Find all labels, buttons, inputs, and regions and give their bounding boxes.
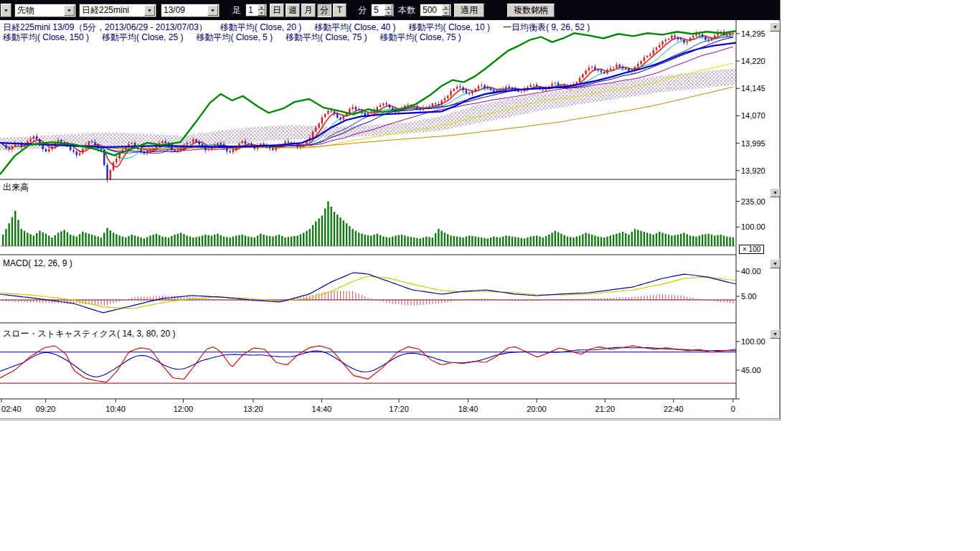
axis-tick-label: 13,995 [741, 139, 765, 148]
stochastics-panel-title: スロー・ストキャスティクス( 14, 3, 80, 20 ) [3, 328, 175, 340]
volume-panel-dropdown-button[interactable]: ▼ [770, 188, 781, 197]
count-input[interactable]: 500 ▲▼ [420, 4, 451, 17]
axis-tick-label: 13,920 [741, 166, 765, 175]
bar-label: 足 [231, 4, 242, 17]
time-axis-label: 02:40 [1, 405, 22, 413]
time-axis-label: 12:00 [174, 405, 194, 413]
chevron-down-icon: ▼ [773, 24, 778, 29]
time-axis-label: 0 [731, 405, 735, 413]
collapsed-combo-button[interactable]: ▼ [1, 4, 11, 17]
instrument-select[interactable]: 日経225mini ▼ [79, 4, 156, 17]
legend-entry: 移動平均( Close, 75 ) [286, 32, 367, 42]
axis-tick-label: 235.00 [741, 197, 765, 206]
legend-entry: 移動平均( Close, 75 ) [380, 32, 461, 42]
macd-panel-title: MACD( 12, 26, 9 ) [3, 258, 72, 268]
period-button-2[interactable]: 月 [301, 4, 316, 17]
bar-count-input[interactable]: 1 ▲▼ [245, 4, 267, 17]
spin-up-icon[interactable]: ▲ [442, 4, 450, 10]
apply-button[interactable]: 適用 [454, 4, 484, 17]
toolbar: ▼ 先物 ▼ 日経225mini ▼ 13/09 ▼ 足 1 ▲▼ 日週月分T … [0, 0, 780, 20]
axis-tick-label: 14,295 [741, 29, 765, 38]
chevron-down-icon[interactable]: ▼ [144, 5, 155, 16]
chevron-down-icon: ▼ [773, 261, 778, 266]
chevron-down-icon: ▼ [4, 8, 9, 13]
spin-down-icon[interactable]: ▼ [258, 10, 265, 16]
price-panel-dropdown-button[interactable]: ▼ [770, 22, 781, 32]
axis-tick-label: 14,145 [741, 84, 765, 93]
time-axis-label: 13:20 [243, 405, 263, 413]
macd-panel-dropdown-button[interactable]: ▼ [770, 259, 781, 268]
legend-entry: 一目均衡表( 9, 26, 52 ) [503, 22, 590, 32]
multi-symbol-button[interactable]: 複数銘柄 [507, 4, 555, 17]
spinner[interactable]: ▲▼ [385, 4, 392, 16]
legend-entry: 移動平均( Close, 150 ) [3, 32, 89, 42]
chart-app-window: ▼ 先物 ▼ 日経225mini ▼ 13/09 ▼ 足 1 ▲▼ 日週月分T … [0, 0, 781, 420]
time-axis-label: 10:40 [105, 405, 126, 413]
count-value: 500 [420, 5, 442, 15]
minute-value: 5 [372, 5, 385, 15]
spinner[interactable]: ▲▼ [442, 4, 450, 16]
period-button-1[interactable]: 週 [286, 4, 300, 17]
legend-entry: 移動平均( Close, 25 ) [102, 32, 183, 42]
volume-panel-title: 出来高 [3, 182, 29, 194]
time-axis-label: 14:40 [312, 405, 332, 413]
legend-entry: 移動平均( Close, 5 ) [196, 32, 273, 42]
stochastics-panel-dropdown-button[interactable]: ▼ [770, 329, 781, 339]
contract-month-select[interactable]: 13/09 ▼ [161, 4, 220, 17]
chart-canvas[interactable]: 14,29514,22014,14514,07013,99513,920235.… [0, 20, 780, 420]
chevron-down-icon[interactable]: ▼ [207, 5, 218, 16]
time-axis-label: 20:00 [527, 405, 547, 413]
time-axis-label: 09:20 [36, 405, 56, 413]
axis-tick-label: 14,220 [741, 57, 765, 65]
minute-label: 分 [357, 4, 368, 17]
legend-entry: 移動平均( Close, 40 ) [314, 22, 395, 32]
legend-entry: 移動平均( Close, 10 ) [409, 22, 490, 32]
time-axis-label: 21:20 [595, 405, 616, 413]
count-label: 本数 [397, 4, 417, 17]
axis-tick-label: 100.00 [741, 337, 765, 346]
period-button-4[interactable]: T [333, 4, 347, 17]
period-button-group: 日週月分T [270, 4, 347, 17]
spin-down-icon[interactable]: ▼ [442, 10, 450, 16]
legend-entry: 日経225mini 13/09（5分，2013/06/29 - 2013/07/… [3, 22, 207, 32]
minute-input[interactable]: 5 ▲▼ [371, 4, 394, 17]
spin-down-icon[interactable]: ▼ [385, 10, 392, 16]
chevron-down-icon: ▼ [773, 190, 778, 195]
spin-up-icon[interactable]: ▲ [385, 4, 392, 10]
chevron-down-icon: ▼ [773, 331, 778, 336]
contract-month-value: 13/09 [161, 5, 187, 15]
bar-count-value: 1 [246, 5, 258, 15]
instrument-value: 日経225mini [80, 4, 131, 17]
axis-tick-label: 5.00 [741, 292, 756, 301]
instrument-type-select[interactable]: 先物 ▼ [14, 4, 76, 17]
chart-legend-line2: 移動平均( Close, 150 )移動平均( Close, 25 )移動平均(… [3, 32, 474, 44]
spin-up-icon[interactable]: ▲ [258, 4, 265, 10]
chevron-down-icon[interactable]: ▼ [64, 5, 75, 16]
axis-tick-label: 14,070 [741, 111, 765, 120]
period-button-3[interactable]: 分 [317, 4, 331, 17]
volume-multiplier-badge: × 100 [739, 245, 764, 254]
time-axis-label: 17:20 [389, 405, 409, 413]
instrument-type-value: 先物 [15, 4, 37, 17]
spinner[interactable]: ▲▼ [258, 4, 265, 16]
axis-tick-label: 100.00 [741, 222, 765, 231]
axis-tick-label: 40.00 [741, 267, 761, 276]
time-axis-label: 22:40 [664, 405, 684, 413]
period-button-0[interactable]: 日 [270, 4, 284, 17]
axis-tick-label: 45.00 [741, 366, 761, 375]
legend-entry: 移動平均( Close, 20 ) [220, 22, 301, 32]
time-axis-label: 18:40 [458, 405, 479, 413]
